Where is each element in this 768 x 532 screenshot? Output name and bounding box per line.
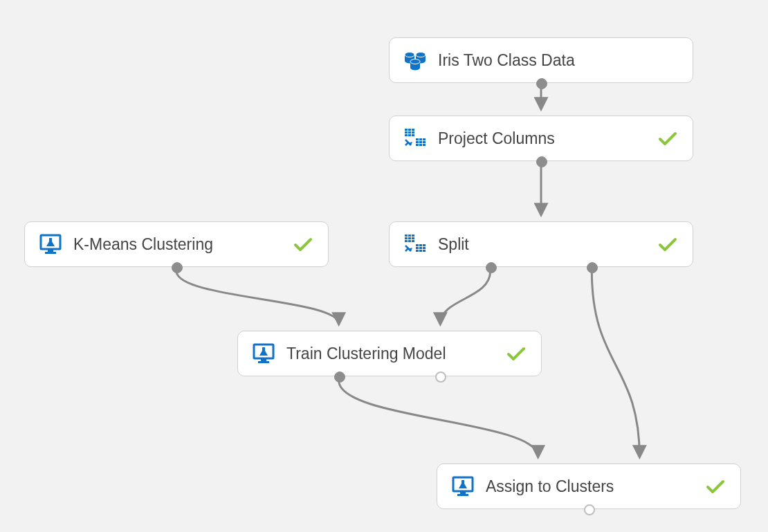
svg-rect-23: [419, 138, 422, 140]
svg-rect-38: [408, 240, 411, 242]
svg-rect-43: [423, 244, 426, 246]
svg-rect-36: [412, 237, 414, 239]
svg-rect-30: [423, 144, 426, 146]
svg-rect-57: [460, 492, 466, 494]
svg-rect-31: [405, 235, 408, 237]
connection-port[interactable]: [584, 504, 595, 515]
svg-rect-14: [412, 129, 414, 131]
svg-rect-25: [416, 141, 419, 143]
project-columns-icon: [402, 231, 428, 257]
svg-rect-45: [419, 247, 422, 249]
svg-rect-27: [423, 141, 426, 143]
svg-rect-35: [408, 237, 411, 239]
status-success-icon: [292, 233, 314, 255]
node-split[interactable]: Split: [389, 221, 693, 267]
svg-rect-33: [412, 235, 414, 237]
status-success-icon: [704, 475, 726, 497]
svg-rect-52: [45, 252, 56, 254]
connection-port[interactable]: [536, 156, 547, 167]
svg-rect-12: [405, 129, 408, 131]
svg-point-8: [410, 66, 420, 71]
svg-rect-58: [457, 494, 468, 496]
connection-edge: [592, 271, 639, 457]
svg-rect-17: [412, 131, 414, 134]
node-label: K-Means Clustering: [64, 235, 292, 254]
svg-rect-24: [423, 138, 426, 140]
svg-rect-37: [405, 240, 408, 242]
svg-rect-47: [416, 250, 419, 252]
node-assign-to-clusters[interactable]: Assign to Clusters: [437, 464, 741, 509]
monitor-flask-icon: [37, 231, 64, 257]
node-label: Project Columns: [428, 129, 657, 148]
svg-rect-44: [416, 247, 419, 249]
svg-rect-49: [423, 250, 426, 252]
status-success-icon: [657, 127, 679, 149]
connection-port[interactable]: [486, 262, 497, 273]
node-train-clustering-model[interactable]: Train Clustering Model: [237, 331, 542, 376]
connection-port[interactable]: [172, 262, 183, 273]
connection-port[interactable]: [334, 372, 345, 383]
svg-rect-46: [423, 247, 426, 249]
status-success-icon: [505, 342, 527, 365]
svg-rect-22: [416, 138, 419, 140]
diagram-canvas[interactable]: Iris Two Class Data Project Columns: [0, 0, 768, 532]
connection-edge: [440, 271, 490, 324]
svg-rect-15: [405, 131, 408, 134]
svg-rect-54: [261, 359, 266, 361]
connection-port[interactable]: [587, 262, 598, 273]
svg-rect-34: [405, 237, 408, 239]
svg-rect-16: [408, 131, 411, 134]
node-iris-data[interactable]: Iris Two Class Data: [389, 37, 693, 83]
monitor-flask-icon: [450, 473, 476, 499]
svg-rect-41: [416, 244, 419, 246]
node-label: Train Clustering Model: [277, 345, 505, 363]
svg-rect-19: [408, 134, 411, 136]
svg-rect-55: [258, 361, 269, 363]
svg-rect-42: [419, 244, 422, 246]
connection-edge: [339, 380, 538, 457]
svg-rect-39: [412, 240, 414, 242]
connection-port[interactable]: [536, 78, 547, 89]
svg-rect-20: [412, 134, 414, 136]
connection-edge: [176, 271, 339, 324]
svg-rect-13: [408, 129, 411, 131]
project-columns-icon: [402, 125, 428, 152]
node-label: Iris Two Class Data: [428, 51, 679, 70]
status-success-icon: [657, 233, 679, 255]
node-project-columns[interactable]: Project Columns: [389, 116, 693, 161]
dataset-icon: [402, 47, 428, 73]
node-kmeans-clustering[interactable]: K-Means Clustering: [24, 221, 329, 267]
svg-rect-32: [408, 235, 411, 237]
node-label: Split: [428, 235, 657, 254]
monitor-flask-icon: [250, 340, 277, 367]
svg-rect-48: [419, 250, 422, 252]
svg-rect-51: [48, 250, 53, 252]
svg-rect-18: [405, 134, 408, 136]
svg-rect-28: [416, 144, 419, 146]
connection-port[interactable]: [435, 372, 446, 383]
svg-rect-26: [419, 141, 422, 143]
node-label: Assign to Clusters: [476, 477, 704, 496]
svg-rect-29: [419, 144, 422, 146]
